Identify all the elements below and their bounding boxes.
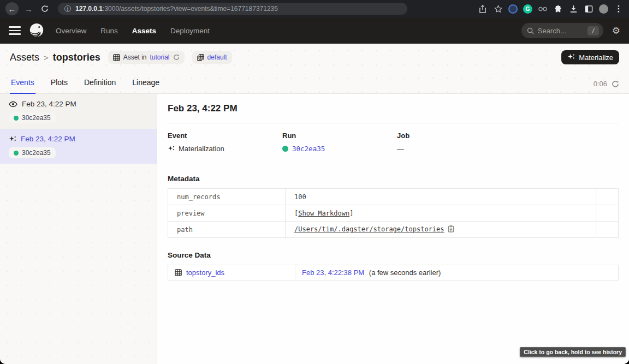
job-column-label: Job <box>397 132 512 140</box>
reload-icon <box>41 5 49 13</box>
asset-tabs: Events Plots Definition Lineage 0:06 <box>0 71 629 94</box>
run-column-label: Run <box>282 132 397 140</box>
metadata-table: num_records 100 preview [Show Markdown] … <box>168 188 619 238</box>
dagster-nav: Overview Runs Assets Deployment / ⚙ <box>0 17 629 44</box>
site-info-icon[interactable]: i <box>64 5 71 12</box>
refresh-icon[interactable] <box>612 80 619 88</box>
address-bar[interactable]: i 127.0.0.1:3000/assets/topstories?view=… <box>58 3 407 15</box>
metadata-value: 100 <box>286 189 596 205</box>
reload-repo-icon[interactable] <box>173 54 180 61</box>
asset-repo-tag[interactable]: Asset in tutorial <box>108 51 185 64</box>
breadcrumb-asset-name: topstories <box>53 52 100 63</box>
browser-chrome: ← → i 127.0.0.1:3000/assets/topstories?v… <box>0 0 629 17</box>
event-summary-columns: Event Materialization Run 30c2ea35 Job — <box>168 132 619 153</box>
metadata-spare-cell <box>596 222 619 238</box>
job-column: Job — <box>397 132 512 153</box>
event-list-item-materialization[interactable]: Feb 23, 4:22 PM 30c2ea35 <box>0 129 157 164</box>
grid-icon <box>175 269 182 276</box>
extensions-puzzle-icon[interactable] <box>553 4 563 14</box>
event-detail-panel: Feb 23, 4:22 PM Event Materialization Ru… <box>157 94 629 364</box>
materialize-button[interactable]: Materialize <box>561 50 619 64</box>
materialize-button-label: Materialize <box>579 53 613 62</box>
bookmark-star-icon[interactable] <box>493 4 503 14</box>
metadata-value: [Show Markdown] <box>286 205 596 222</box>
event-column: Event Materialization <box>168 132 282 153</box>
browser-menu-icon[interactable]: ⋮ <box>614 4 624 14</box>
breadcrumb-assets-link[interactable]: Assets <box>10 52 39 63</box>
menu-hamburger-icon[interactable] <box>9 26 21 35</box>
event-materialization-row: Feb 23, 4:22 PM <box>9 135 148 143</box>
profile-avatar[interactable] <box>599 4 608 14</box>
app-window: ← → i 127.0.0.1:3000/assets/topstories?v… <box>0 0 629 364</box>
nav-item-deployment[interactable]: Deployment <box>170 27 210 35</box>
tab-plots[interactable]: Plots <box>50 78 69 93</box>
layered-grid-icon <box>197 54 204 61</box>
event-observation-row: Feb 23, 4:22 PM <box>9 100 148 108</box>
download-icon[interactable] <box>568 4 578 14</box>
browser-reload-button[interactable] <box>38 2 51 15</box>
grammarly-extension-icon[interactable]: G <box>523 4 532 14</box>
event-materialization-run-badge[interactable]: 30c2ea35 <box>9 147 56 158</box>
run-status-dot <box>282 146 288 152</box>
event-materialization-time: Feb 23, 4:22 PM <box>21 135 75 143</box>
grid-icon <box>113 54 120 61</box>
asset-repo-tag-prefix: Asset in <box>123 53 147 61</box>
source-timestamp-note: (a few seconds earlier) <box>369 268 441 277</box>
tab-lineage[interactable]: Lineage <box>131 78 161 93</box>
back-history-tooltip: Click to go back, hold to see history <box>520 347 626 357</box>
global-search[interactable]: / <box>521 23 603 38</box>
metadata-key: preview <box>168 205 286 222</box>
metadata-value: /Users/tim/.dagster/storage/topstories <box>286 222 596 238</box>
nav-item-overview[interactable]: Overview <box>56 27 86 35</box>
metadata-key: path <box>168 222 286 238</box>
source-asset-name: topstory_ids <box>186 268 224 277</box>
asset-group-tag[interactable]: default <box>192 51 232 64</box>
tab-events[interactable]: Events <box>10 78 35 93</box>
browser-back-button[interactable]: ← <box>5 2 19 15</box>
path-link[interactable]: /Users/tim/.dagster/storage/topstories <box>294 225 444 233</box>
search-shortcut-badge: / <box>588 26 599 35</box>
event-observation-run-badge[interactable]: 30c2ea35 <box>9 112 56 123</box>
run-status-dot <box>14 116 19 121</box>
tab-definition[interactable]: Definition <box>83 78 117 93</box>
nav-item-assets[interactable]: Assets <box>132 27 156 35</box>
side-panel-icon[interactable] <box>584 4 594 14</box>
bracket-close: ] <box>349 210 353 217</box>
event-column-label: Event <box>168 132 282 140</box>
job-column-value: — <box>397 145 512 153</box>
asset-events-body: Feb 23, 4:22 PM 30c2ea35 Feb 23, 4:22 PM… <box>0 94 629 364</box>
run-id-link[interactable]: 30c2ea35 <box>292 145 325 153</box>
run-column-value: 30c2ea35 <box>282 145 397 153</box>
table-row: topstory_ids Feb 23, 4:22:38 PM (a few s… <box>168 265 619 281</box>
table-row: path /Users/tim/.dagster/storage/topstor… <box>168 222 619 238</box>
event-detail-title: Feb 23, 4:22 PM <box>168 103 619 114</box>
asset-repo-tag-link[interactable]: tutorial <box>150 53 170 61</box>
event-list-item-observation[interactable]: Feb 23, 4:22 PM 30c2ea35 <box>0 94 157 129</box>
refresh-countdown: 0:06 <box>594 80 607 88</box>
metadata-section-title: Metadata <box>168 175 619 183</box>
settings-gear-icon[interactable]: ⚙ <box>612 25 620 37</box>
sparkle-icon <box>168 145 175 152</box>
source-asset-link[interactable]: topstory_ids <box>175 268 288 277</box>
browser-toolbar-icons: G ⋮ <box>478 4 624 14</box>
browser-forward-button[interactable]: → <box>22 2 35 15</box>
source-asset-cell: topstory_ids <box>168 265 295 281</box>
metadata-spare-cell <box>596 205 619 222</box>
run-column: Run 30c2ea35 <box>282 132 397 153</box>
source-timestamp-link[interactable]: Feb 23, 4:22:38 PM <box>302 268 364 277</box>
table-row: preview [Show Markdown] <box>168 205 619 222</box>
search-input[interactable] <box>538 27 584 35</box>
event-list-sidebar: Feb 23, 4:22 PM 30c2ea35 Feb 23, 4:22 PM… <box>0 94 157 364</box>
show-markdown-link[interactable]: Show Markdown <box>298 210 349 217</box>
password-manager-extension-icon[interactable] <box>508 4 518 14</box>
url-path: :3000/assets/topstories?view=events&time… <box>103 5 278 13</box>
metadata-spare-cell <box>596 189 619 205</box>
event-type-text: Materialization <box>179 145 224 153</box>
glasses-extension-icon[interactable] <box>538 4 548 14</box>
share-icon[interactable] <box>478 4 488 14</box>
nav-item-runs[interactable]: Runs <box>100 27 118 35</box>
run-status-dot <box>14 151 19 156</box>
copy-path-icon[interactable] <box>448 226 454 234</box>
nav-links: Overview Runs Assets Deployment <box>56 27 210 35</box>
source-data-table: topstory_ids Feb 23, 4:22:38 PM (a few s… <box>168 265 619 281</box>
